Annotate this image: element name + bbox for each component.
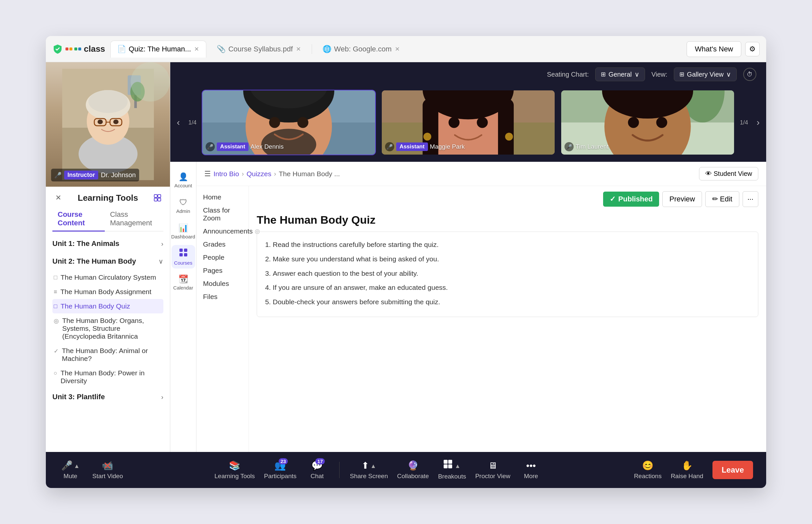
toolbar-breakouts[interactable]: ▲ Breakouts [438, 460, 466, 480]
share-arrow-icon: ▲ [370, 463, 376, 470]
tab-course-content[interactable]: Course Content [52, 207, 105, 231]
chat-badge: 17 [315, 458, 325, 464]
expand-icon [154, 194, 161, 201]
unit3-header[interactable]: Unit 3: Plantlife › [46, 388, 170, 406]
course-item-diversity[interactable]: ○ The Human Body: Power in Diversity [52, 366, 163, 388]
gallery-prev-button[interactable]: ‹ [173, 114, 183, 131]
mute-arrow-icon: ▲ [74, 463, 80, 470]
course-item-animal-machine[interactable]: ✓ The Human Body: Animal or Machine? [52, 344, 163, 366]
side-link-people[interactable]: People [203, 251, 249, 263]
published-button[interactable]: ✓ Published [603, 192, 659, 207]
course-item-quiz[interactable]: □ The Human Body Quiz [52, 299, 163, 313]
quiz-title: The Human Body Quiz [257, 214, 758, 226]
timer-icon: ⏱ [747, 71, 753, 78]
preview-button[interactable]: Preview [662, 191, 702, 207]
learning-tools-icon: 📚 [229, 460, 240, 471]
breadcrumb-menu-icon[interactable]: ☰ [204, 170, 211, 178]
view-dropdown[interactable]: ⊞ Gallery View ∨ [674, 67, 737, 81]
side-link-files[interactable]: Files [203, 291, 249, 302]
more-options-button[interactable]: ··· [743, 191, 758, 207]
lms-nav-account[interactable]: 👤 Account [171, 168, 195, 192]
proctor-view-label: Proctor View [475, 473, 510, 480]
lms-breadcrumb: ☰ Intro Bio › Quizzes › The Human Body .… [197, 162, 766, 186]
side-link-class-for-zoom[interactable]: Class for Zoom [203, 204, 249, 224]
chevron-down-icon: ∨ [634, 70, 640, 78]
unit1-title: Unit 1: The Animals [52, 240, 119, 248]
side-link-home[interactable]: Home [203, 191, 249, 203]
side-link-pages[interactable]: Pages [203, 265, 249, 276]
eye-icon: ◎ [54, 317, 59, 325]
breadcrumb-current: The Human Body ... [279, 170, 340, 178]
toolbar-proctor-view[interactable]: 🖥 Proctor View [475, 460, 510, 480]
timer-button[interactable]: ⏱ [743, 68, 756, 81]
lms-nav-calendar[interactable]: 📆 Calendar [171, 271, 195, 294]
student-view-button[interactable]: 👁 Student View [699, 167, 759, 180]
tab-quiz-close[interactable]: ✕ [194, 46, 199, 52]
unit1-header[interactable]: Unit 1: The Animals › [46, 235, 170, 252]
tab-class-management[interactable]: Class Management [105, 207, 163, 231]
breadcrumb-sep2: › [274, 170, 276, 178]
share-screen-label: Share Screen [350, 473, 388, 480]
toolbar-mute[interactable]: 🎤 ▲ Mute [59, 460, 82, 480]
lms-nav-courses[interactable]: Courses [171, 245, 195, 268]
svg-rect-50 [179, 249, 183, 252]
unit2-header[interactable]: Unit 2: The Human Body ∨ [46, 252, 170, 270]
tab-quiz[interactable]: 📄 Quiz: The Human... ✕ [110, 40, 206, 58]
course-item-assignment[interactable]: ≡ The Human Body Assignment [52, 284, 163, 299]
lt-expand-button[interactable] [152, 192, 163, 204]
alex-name: Alex Dennis [250, 143, 284, 150]
tim-mic-icon: 🎤 [564, 142, 574, 151]
tab-quiz-label: Quiz: The Human... [129, 45, 191, 53]
instructor-photo-bg [46, 62, 170, 187]
app-window: class 📄 Quiz: The Human... ✕ 📎 Course Sy… [46, 36, 766, 488]
gallery-header: Seating Chart: ⊞ General ∨ View: ⊞ Galle… [170, 62, 766, 86]
toolbar-chat[interactable]: 💬 17 Chat [306, 460, 329, 480]
grid-icon: ⊞ [601, 71, 606, 78]
edit-button[interactable]: ✏ Edit [705, 191, 739, 207]
lms-nav-admin[interactable]: 🛡 Admin [171, 194, 195, 217]
dashboard-icon: 📊 [179, 223, 188, 232]
seating-value: General [608, 71, 632, 78]
tab-syllabus[interactable]: 📎 Course Syllabus.pdf ✕ [210, 40, 308, 58]
toolbar-center: 📚 Learning Tools 👥 23 Participants 💬 17 … [214, 460, 543, 480]
breadcrumb-quizzes[interactable]: Quizzes [247, 170, 271, 178]
side-link-modules[interactable]: Modules [203, 278, 249, 290]
tab-separator [312, 44, 312, 54]
toolbar-share-screen[interactable]: ⬆ ▲ Share Screen [350, 460, 388, 480]
side-link-announcements[interactable]: Announcements [203, 225, 253, 237]
gallery-next-button[interactable]: › [753, 114, 763, 131]
tab-google[interactable]: 🌐 Web: Google.com ✕ [316, 40, 407, 58]
breakouts-icon [444, 460, 453, 471]
toolbar-right: 😊 Reactions ✋ Raise Hand Leave [634, 460, 753, 480]
course-item-organs[interactable]: ◎ The Human Body: Organs, Systems, Struc… [52, 313, 163, 344]
settings-button[interactable]: ⚙ [745, 42, 760, 56]
instruction-2: Make sure you understand what is being a… [273, 253, 750, 265]
toolbar-participants[interactable]: 👥 23 Participants [264, 460, 296, 480]
toolbar-raise-hand[interactable]: ✋ Raise Hand [671, 460, 703, 480]
toolbar-more[interactable]: ••• More [519, 460, 543, 480]
share-screen-icon: ⬆ [362, 460, 369, 471]
participants-badge: 23 [279, 458, 288, 464]
doc-icon: □ [54, 274, 57, 281]
list-icon: ≡ [54, 289, 57, 295]
seating-dropdown[interactable]: ⊞ General ∨ [595, 67, 645, 81]
tab-google-close[interactable]: ✕ [394, 46, 400, 52]
lms-nav-dashboard[interactable]: 📊 Dashboard [171, 219, 195, 243]
leave-button[interactable]: Leave [712, 461, 753, 479]
unit3-title: Unit 3: Plantlife [52, 393, 105, 401]
toolbar-learning-tools[interactable]: 📚 Learning Tools [214, 460, 255, 480]
class-logo: class [65, 44, 105, 54]
tab-syllabus-close[interactable]: ✕ [295, 46, 301, 52]
toolbar-reactions[interactable]: 😊 Reactions [634, 460, 662, 480]
side-link-grades[interactable]: Grades [203, 239, 249, 250]
participants-badge-wrap: 👥 23 [275, 460, 286, 471]
lt-tabs: Course Content Class Management [52, 207, 163, 231]
lt-close-button[interactable]: ✕ [52, 192, 64, 204]
toolbar-collaborate[interactable]: 🔮 Collaborate [397, 460, 429, 480]
whats-new-button[interactable]: What's New [686, 41, 741, 57]
maggie-mic-icon: 🎤 [385, 142, 394, 151]
course-item-circulatory[interactable]: □ The Human Circulatory System [52, 270, 163, 284]
svg-rect-15 [154, 195, 157, 197]
toolbar-video[interactable]: 📹✕ Start Video [92, 460, 123, 480]
breadcrumb-intro-bio[interactable]: Intro Bio [214, 170, 239, 178]
